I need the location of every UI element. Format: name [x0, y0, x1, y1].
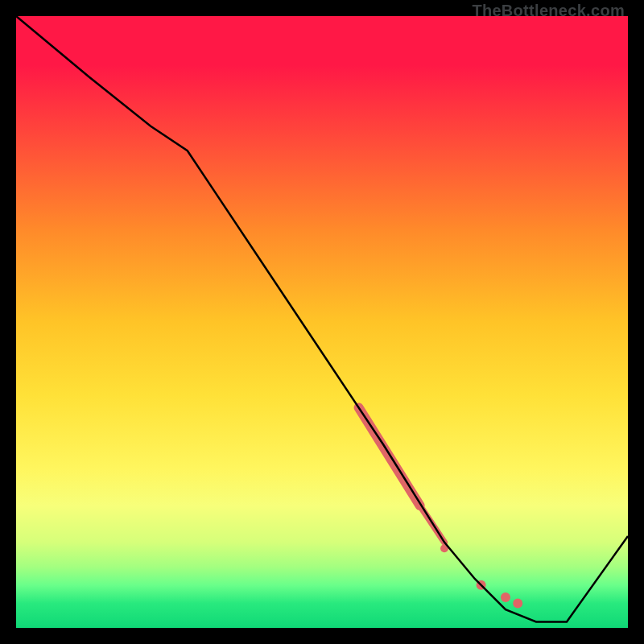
curve-path — [16, 16, 628, 621]
chart-svg — [16, 16, 628, 628]
chart-frame: TheBottleneck.com — [0, 0, 644, 644]
highlight-point — [501, 592, 510, 602]
chart-plot-area — [16, 16, 628, 628]
highlight-point — [513, 599, 522, 609]
highlight-group — [359, 407, 523, 608]
